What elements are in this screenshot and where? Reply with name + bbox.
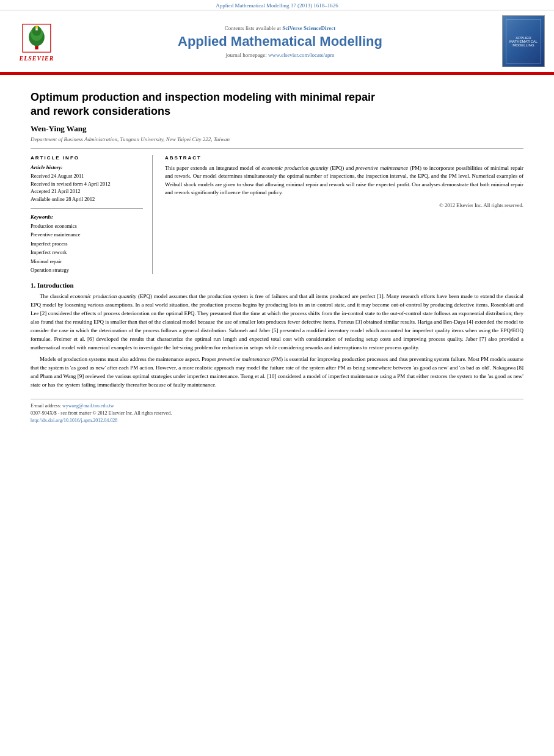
article-info-abstract-section: ARTICLE INFO Article history: Received 2… (31, 148, 523, 275)
cover-text: APPLIED MATHEMATICAL MODELLING (507, 34, 540, 49)
author-name: Wen-Ying Wang (31, 124, 523, 134)
elsevier-tree-icon (18, 21, 55, 55)
keywords-label: Keywords: (31, 214, 143, 220)
sciverse-link[interactable]: SciVerse ScienceDirect (282, 25, 335, 31)
journal-citation: Applied Mathematical Modelling 37 (2013)… (0, 0, 554, 10)
svg-point-7 (35, 25, 38, 29)
history-item-4: Available online 28 April 2012 (31, 195, 143, 203)
footnote-doi: http://dx.doi.org/10.1016/j.apm.2012.04.… (31, 417, 523, 424)
abstract-text: This paper extends an integrated model o… (165, 164, 523, 197)
footnote-email: E-mail address: wywang@mail.tnu.edu.tw (31, 402, 523, 410)
keyword-1: Production economics (31, 222, 143, 230)
footnote-issn: 0307-904X/$ - see front matter © 2012 El… (31, 410, 523, 417)
elsevier-logo: ELSEVIER (18, 21, 55, 62)
elsevier-text: ELSEVIER (20, 55, 54, 62)
journal-homepage: journal homepage: www.elsevier.com/locat… (70, 52, 490, 58)
history-item-1: Received 24 August 2011 (31, 172, 143, 180)
homepage-url[interactable]: www.elsevier.com/locate/apm (268, 52, 334, 58)
article-title: Optimum production and inspection modeli… (31, 90, 523, 119)
history-label: Article history: (31, 164, 143, 170)
divider (31, 208, 143, 209)
citation-text: Applied Mathematical Modelling 37 (2013)… (216, 2, 338, 9)
abstract-column: ABSTRACT This paper extends an integrate… (165, 155, 523, 275)
history-items: Received 24 August 2011 Received in revi… (31, 172, 143, 203)
journal-cover-image: APPLIED MATHEMATICAL MODELLING (502, 15, 545, 67)
elsevier-logo-area: ELSEVIER (9, 21, 64, 62)
keyword-3: Imperfect process (31, 239, 143, 248)
journal-header: ELSEVIER Contents lists available at Sci… (0, 10, 554, 73)
copyright-notice: © 2012 Elsevier Inc. All rights reserved… (165, 202, 523, 208)
keyword-2: Preventive maintenance (31, 230, 143, 239)
keyword-5: Minimal repair (31, 257, 143, 266)
keywords-list: Production economics Preventive maintena… (31, 222, 143, 275)
history-item-3: Accepted 21 April 2012 (31, 187, 143, 195)
email-link[interactable]: wywang@mail.tnu.edu.tw (62, 403, 114, 409)
main-content: Optimum production and inspection modeli… (0, 75, 554, 434)
section-1-title: 1. Introduction (31, 282, 523, 289)
article-info-column: ARTICLE INFO Article history: Received 2… (31, 155, 153, 275)
section-1-para-2: Models of production systems must also a… (31, 355, 523, 390)
doi-link[interactable]: http://dx.doi.org/10.1016/j.apm.2012.04.… (31, 418, 117, 423)
article-info-heading: ARTICLE INFO (31, 155, 143, 161)
journal-title: Applied Mathematical Modelling (70, 34, 490, 49)
journal-cover-area: APPLIED MATHEMATICAL MODELLING (490, 15, 545, 67)
abstract-heading: ABSTRACT (165, 155, 523, 161)
section-1-para-1: The classical economic production quanti… (31, 293, 523, 352)
keyword-4: Imperfect rework (31, 248, 143, 256)
journal-center: Contents lists available at SciVerse Sci… (70, 25, 490, 58)
keyword-6: Operation strategy (31, 266, 143, 274)
keywords-section: Keywords: Production economics Preventiv… (31, 214, 143, 275)
footnote-area: E-mail address: wywang@mail.tnu.edu.tw 0… (31, 399, 523, 424)
author-affiliation: Department of Business Administration, T… (31, 136, 523, 142)
history-item-2: Received in revised form 4 April 2012 (31, 180, 143, 188)
content-available-text: Contents lists available at SciVerse Sci… (70, 25, 490, 31)
